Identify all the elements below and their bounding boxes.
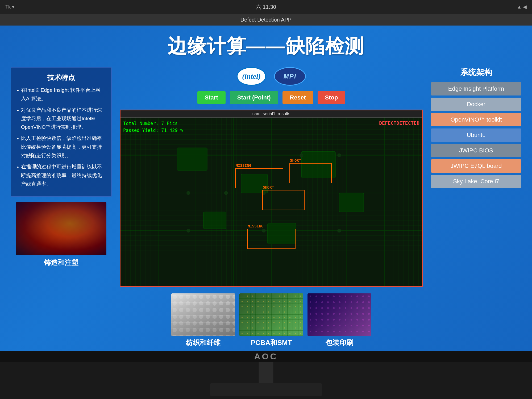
svg-point-10 xyxy=(337,153,341,157)
textile-item: 纺织和纤维 xyxy=(171,293,235,347)
page-title: 边缘计算——缺陷检测 xyxy=(11,34,521,59)
detection-title-bar: cam_serial1_results xyxy=(120,110,422,118)
pcba-image xyxy=(239,293,303,336)
defect-label-1: MISSING xyxy=(236,163,251,168)
arch-item-docker-label: Docker xyxy=(467,101,485,107)
defect-box-1: MISSING xyxy=(235,168,283,188)
arch-item-ubuntu-label: Ubuntu xyxy=(467,132,486,138)
arch-item-docker: Docker xyxy=(431,98,521,111)
defect-box-3: SHORT xyxy=(262,190,305,210)
os-bar-right: ▲ ◀ xyxy=(517,4,527,10)
svg-rect-0 xyxy=(177,148,207,170)
feature-item-1: • 在Intel® Edge Insight 软件平台上融入AI算法。 xyxy=(17,86,105,103)
packaging-item: 包装印刷 xyxy=(307,293,371,347)
logos-row: (intel) MPI xyxy=(120,67,423,86)
bullet-2: • xyxy=(17,106,19,132)
arch-item-skylake-label: Sky Lake, Core i7 xyxy=(453,178,499,185)
monitor-bottom: AOC xyxy=(0,351,532,399)
svg-point-11 xyxy=(186,229,190,232)
feature-item-4: • 在推理的过程中可进行增量训练以不断提高推理的准确率，最终持续优化产线直通率。 xyxy=(17,163,105,188)
total-number-text: Total Number: 7 Pics xyxy=(123,120,183,127)
casting-label: 铸造和注塑 xyxy=(44,258,78,267)
monitor-bottom-bezel: AOC xyxy=(0,351,532,362)
detection-status-text: Total Number: 7 Pics Passed Yield: 71.42… xyxy=(123,120,183,134)
arch-item-edge-insight: Edge Insight Platform xyxy=(431,82,521,95)
monitor-brand: AOC xyxy=(254,352,278,361)
app-title: Defect Detection APP xyxy=(240,17,292,23)
svg-point-6 xyxy=(186,191,190,195)
three-col-layout: 技术特点 • 在Intel® Edge Insight 软件平台上融入AI算法。… xyxy=(11,67,521,347)
os-bar: Tk ▾ 六 11:30 ▲ ◀ xyxy=(0,0,532,14)
right-column: 系统架构 Edge Insight Platform Docker OpenVI… xyxy=(431,67,521,347)
monitor-stand-base xyxy=(210,383,322,396)
arch-title: 系统架构 xyxy=(431,67,521,78)
feature-item-3: • 比人工检验快数倍，缺陷检出准确率比传统检验设备显著提高，更可支持对缺陷进行分… xyxy=(17,134,105,160)
textile-label: 纺织和纤维 xyxy=(186,338,221,347)
defect-box-4: MISSING xyxy=(247,229,295,249)
os-bar-left: Tk ▾ xyxy=(5,4,14,10)
left-column: 技术特点 • 在Intel® Edge Insight 软件平台上融入AI算法。… xyxy=(11,67,112,347)
packaging-image xyxy=(307,293,371,336)
arch-item-jwipc-bios-label: JWIPC BIOS xyxy=(459,147,493,154)
arch-item-openvino: OpenVINO™ toolkit xyxy=(431,113,521,126)
textile-image xyxy=(171,293,235,336)
arch-items: Edge Insight Platform Docker OpenVINO™ t… xyxy=(431,82,521,188)
arch-item-jwipc-board: JWIPC E7QL board xyxy=(431,159,521,173)
casting-img-art xyxy=(16,202,106,255)
features-list: • 在Intel® Edge Insight 软件平台上融入AI算法。 • 对优… xyxy=(17,86,105,188)
bullet-1: • xyxy=(17,86,19,103)
bottom-images-row: 纺织和纤维 PCBA和SMT xyxy=(120,293,423,347)
arch-item-jwipc-bios: JWIPC BIOS xyxy=(431,144,521,157)
feature-text-4: 在推理的过程中可进行增量训练以不断提高推理的准确率，最终持续优化产线直通率。 xyxy=(21,163,105,188)
packaging-img-art xyxy=(307,293,371,336)
arch-item-ubuntu: Ubuntu xyxy=(431,128,521,142)
feature-text-3: 比人工检验快数倍，缺陷检出准确率比传统检验设备显著提高，更可支持对缺陷进行分类识… xyxy=(21,134,105,160)
intel-logo: (intel) xyxy=(237,67,266,86)
os-bar-time: 六 11:30 xyxy=(256,3,276,11)
feature-text-2: 对优良产品和不良产品的样本进行深度学习后，在工业现场通过Intel® OpenV… xyxy=(21,106,105,132)
arch-item-skylake: Sky Lake, Core i7 xyxy=(431,175,521,188)
pcba-img-art xyxy=(239,293,303,336)
svg-rect-5 xyxy=(339,193,364,212)
defect-label-2: SHORT xyxy=(290,158,301,163)
arch-item-jwipc-board-label: JWIPC E7QL board xyxy=(451,163,502,169)
arch-item-edge-insight-label: Edge Insight Platform xyxy=(448,85,504,92)
bullet-4: • xyxy=(17,163,19,188)
app-title-bar: Defect Detection APP xyxy=(0,14,532,26)
start-point-button[interactable]: Start (Point) xyxy=(230,91,278,104)
defect-detected-label: DEFECTDETECTED xyxy=(379,120,419,126)
svg-point-7 xyxy=(224,191,228,195)
feature-text-1: 在Intel® Edge Insight 软件平台上融入AI算法。 xyxy=(21,86,105,103)
casting-section: 铸造和注塑 xyxy=(11,202,112,347)
monitor-stand-neck xyxy=(259,362,273,383)
svg-point-13 xyxy=(337,229,341,232)
mpi-logo: MPI xyxy=(274,67,306,86)
main-content: 边缘计算——缺陷检测 技术特点 • 在Intel® Edge Insight 软… xyxy=(0,26,532,351)
detection-window: cam_serial1_results xyxy=(120,110,423,287)
reset-button[interactable]: Reset xyxy=(282,91,313,104)
packaging-label: 包装印刷 xyxy=(326,338,353,347)
features-title: 技术特点 xyxy=(17,73,105,82)
svg-point-9 xyxy=(300,153,303,157)
arch-item-openvino-label: OpenVINO™ toolkit xyxy=(450,116,502,123)
buttons-row: Start Start (Point) Reset Stop xyxy=(120,91,423,104)
passed-yield-text: Passed Yield: 71.429 % xyxy=(123,127,183,134)
pcba-label: PCBA和SMT xyxy=(251,338,292,347)
start-button[interactable]: Start xyxy=(197,91,226,104)
defect-label-3: SHORT xyxy=(263,185,274,189)
detection-canvas: Total Number: 7 Pics Passed Yield: 71.42… xyxy=(120,118,422,286)
textile-img-art xyxy=(171,293,235,336)
casting-image xyxy=(16,202,106,255)
feature-item-2: • 对优良产品和不良产品的样本进行深度学习后，在工业现场通过Intel® Ope… xyxy=(17,106,105,132)
defect-box-2: SHORT xyxy=(289,163,332,183)
defect-label-4: MISSING xyxy=(248,224,263,228)
stop-button[interactable]: Stop xyxy=(318,91,346,104)
features-box: 技术特点 • 在Intel® Edge Insight 软件平台上融入AI算法。… xyxy=(11,67,112,197)
bullet-3: • xyxy=(17,135,19,160)
center-column: (intel) MPI Start Start (Point) Reset St… xyxy=(120,67,423,347)
pcba-item: PCBA和SMT xyxy=(239,293,303,347)
svg-rect-3 xyxy=(203,212,226,229)
